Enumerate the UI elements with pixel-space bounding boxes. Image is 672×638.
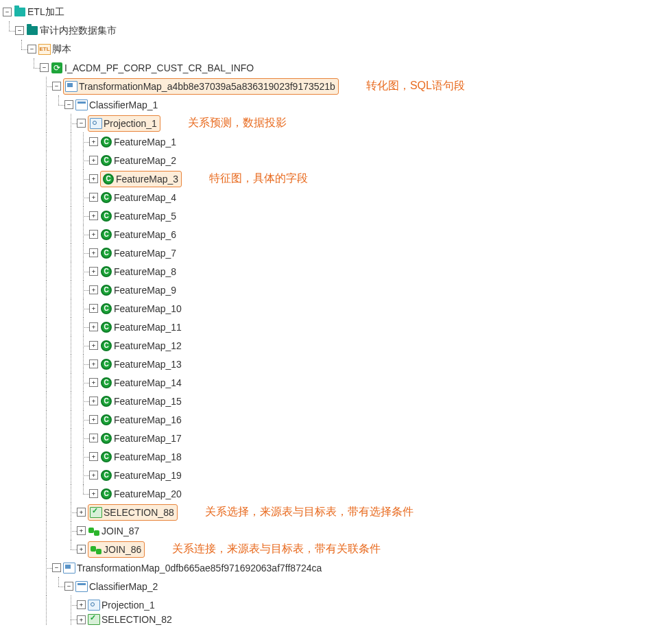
expand-toggle[interactable]: + [89,267,98,276]
tree-node-featuremap[interactable]: +CFeatureMap_4 [3,188,669,206]
tree-node-featuremap[interactable]: +CFeatureMap_13 [3,355,669,373]
collapse-toggle[interactable]: − [40,63,49,72]
expand-toggle[interactable]: + [77,600,86,609]
node-label: JOIN_86 [104,544,141,555]
tree-node-selection-82[interactable]: + SELECTION_82 [3,614,669,625]
tree-node-featuremap[interactable]: +CFeatureMap_2 [3,151,669,169]
node-label: ClassifierMap_1 [89,99,158,110]
node-label: FeatureMap_4 [114,192,176,203]
expand-toggle[interactable]: + [89,415,98,424]
tree-node-transformationmap-2[interactable]: − TransformationMap_0dfb665ae85f97169206… [3,558,669,577]
annotation-text: 特征图，具体的字段 [209,172,308,186]
expand-toggle[interactable]: + [77,526,86,535]
expand-toggle[interactable]: + [89,174,98,183]
tree-node-featuremap[interactable]: +CFeatureMap_16 [3,410,669,429]
expand-toggle[interactable]: + [89,304,98,313]
tree-node-classifiermap-2[interactable]: − ClassifierMap_2 [3,577,669,595]
etl-icon: ETL [38,43,51,56]
tree-node-transformationmap-1[interactable]: − TransformationMap_a4bb8e37039a5a836319… [3,77,669,95]
tree-node-featuremap[interactable]: +CFeatureMap_10 [3,299,669,318]
classifier-icon [75,580,88,593]
tree-node-featuremap[interactable]: +CFeatureMap_15 [3,392,669,410]
node-label: FeatureMap_1 [114,137,176,147]
tree-node-featuremap[interactable]: +CFeatureMap_5 [3,206,669,225]
tree-node-root[interactable]: − ETL加工 [3,3,669,21]
tree-node-featuremap[interactable]: +CFeatureMap_7 [3,244,669,262]
tree-node-join-87[interactable]: + JOIN_87 [3,521,669,540]
tree-node-featuremap[interactable]: +CFeatureMap_18 [3,447,669,466]
feature-icon: C [100,265,112,278]
tree-node-projection-2[interactable]: + Projection_1 [3,595,669,614]
collapse-toggle[interactable]: − [77,119,86,128]
node-label: TransformationMap_a4bb8e37039a5a83631902… [79,81,335,92]
annotation-text: 关系预测，数据投影 [188,116,287,130]
node-label: FeatureMap_20 [114,488,182,499]
node-label: 脚本 [52,43,71,56]
join-icon [90,543,102,556]
tree-node-task[interactable]: − ⟳ I_ACDM_PF_CORP_CUST_CR_BAL_INFO [3,58,669,77]
tree-node-datamart[interactable]: − 审计内控数据集市 [3,21,669,40]
tree-node-featuremap[interactable]: +CFeatureMap_19 [3,466,669,484]
tree-node-selection-88[interactable]: + SELECTION_88 关系选择，来源表与目标表，带有选择条件 [3,503,669,521]
feature-icon: C [100,340,112,352]
refresh-icon: ⟳ [51,62,63,74]
feature-icon: C [100,136,112,148]
node-label: FeatureMap_6 [114,229,176,240]
expand-toggle[interactable]: + [89,230,98,239]
collapse-toggle[interactable]: − [64,582,73,591]
feature-icon: C [100,284,112,296]
collapse-toggle[interactable]: − [27,45,36,54]
tree-node-script[interactable]: − ETL 脚本 [3,40,669,58]
feature-icon: C [102,173,115,185]
node-label: 审计内控数据集市 [40,25,117,37]
annotation-text: 转化图，SQL语句段 [366,79,465,93]
node-label: FeatureMap_15 [114,396,182,407]
expand-toggle[interactable]: + [89,137,98,146]
expand-toggle[interactable]: + [89,285,98,294]
expand-toggle[interactable]: + [89,378,98,387]
tree-node-projection-1[interactable]: − Projection_1 关系预测，数据投影 [3,114,669,132]
highlighted-node: TransformationMap_a4bb8e37039a5a83631902… [63,78,339,95]
tree-node-classifiermap-1[interactable]: − ClassifierMap_1 [3,95,669,114]
tree-node-featuremap[interactable]: +CFeatureMap_1 [3,132,669,151]
expand-toggle[interactable]: + [89,397,98,405]
expand-toggle[interactable]: + [89,322,98,331]
expand-toggle[interactable]: + [77,615,86,624]
expand-toggle[interactable]: + [89,359,98,368]
expand-toggle[interactable]: + [89,211,98,220]
tree-node-featuremap[interactable]: +CFeatureMap_3特征图，具体的字段 [3,169,669,188]
tree-view: − ETL加工 − 审计内控数据集市 − ETL 脚本 − ⟳ I_ACDM_P… [3,3,669,625]
expand-toggle[interactable]: + [89,489,98,498]
folder-icon [14,6,26,19]
collapse-toggle[interactable]: − [15,26,24,35]
expand-toggle[interactable]: + [89,341,98,350]
collapse-toggle[interactable]: − [52,563,61,572]
tree-node-featuremap[interactable]: +CFeatureMap_6 [3,225,669,244]
collapse-toggle[interactable]: − [64,100,73,109]
expand-toggle[interactable]: + [89,434,98,442]
tree-node-featuremap[interactable]: +CFeatureMap_8 [3,262,669,281]
collapse-toggle[interactable]: − [3,8,12,16]
expand-toggle[interactable]: + [89,471,98,480]
feature-icon: C [100,191,112,204]
expand-toggle[interactable]: + [89,193,98,202]
expand-toggle[interactable]: + [89,156,98,165]
folder-icon [26,25,38,37]
tree-node-join-86[interactable]: + JOIN_86 关系连接，来源表与目标表，带有关联条件 [3,540,669,558]
tree-node-featuremap[interactable]: +CFeatureMap_14 [3,373,669,392]
highlighted-node: Projection_1 [88,115,160,132]
tree-node-featuremap[interactable]: +CFeatureMap_17 [3,429,669,447]
node-label: FeatureMap_11 [114,322,182,333]
collapse-toggle[interactable]: − [52,82,61,91]
tree-node-featuremap[interactable]: +CFeatureMap_12 [3,336,669,355]
tree-node-featuremap[interactable]: +CFeatureMap_11 [3,318,669,336]
tree-node-featuremap[interactable]: +CFeatureMap_20 [3,484,669,503]
feature-icon: C [100,395,112,407]
node-label: FeatureMap_12 [114,340,182,351]
selection-icon [90,506,102,519]
expand-toggle[interactable]: + [89,452,98,461]
tree-node-featuremap[interactable]: +CFeatureMap_9 [3,281,669,299]
expand-toggle[interactable]: + [89,248,98,257]
expand-toggle[interactable]: + [77,508,86,517]
expand-toggle[interactable]: + [77,545,86,554]
